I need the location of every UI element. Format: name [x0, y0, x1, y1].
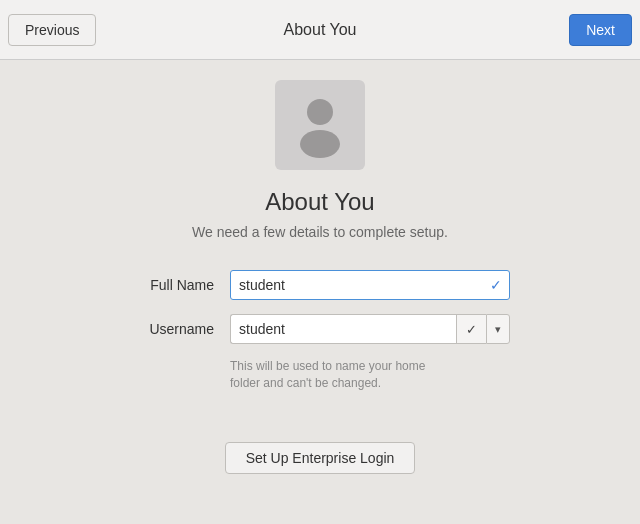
full-name-row: Full Name ✓	[130, 270, 510, 300]
form-area: Full Name ✓ Username ✓ ▾ This will be us…	[130, 270, 510, 412]
previous-button[interactable]: Previous	[8, 14, 96, 46]
username-check-button[interactable]: ✓	[456, 314, 486, 344]
full-name-input[interactable]	[230, 270, 510, 300]
username-input[interactable]	[230, 314, 456, 344]
username-label: Username	[130, 321, 230, 337]
svg-point-0	[307, 99, 333, 125]
next-button[interactable]: Next	[569, 14, 632, 46]
page-title: About You	[284, 21, 357, 39]
username-dropdown-button[interactable]: ▾	[486, 314, 510, 344]
enterprise-login-button[interactable]: Set Up Enterprise Login	[225, 442, 416, 474]
full-name-input-wrapper: ✓	[230, 270, 510, 300]
full-name-check-icon: ✓	[490, 277, 502, 293]
about-heading: About You	[265, 188, 374, 216]
username-input-group: ✓ ▾	[230, 314, 510, 344]
username-row: Username ✓ ▾	[130, 314, 510, 344]
main-content: About You We need a few details to compl…	[0, 60, 640, 474]
avatar[interactable]	[275, 80, 365, 170]
svg-point-1	[300, 130, 340, 158]
about-subtitle: We need a few details to complete setup.	[192, 224, 448, 240]
username-hint: This will be used to name your home fold…	[230, 358, 450, 392]
avatar-icon	[285, 90, 355, 160]
top-bar: Previous About You Next	[0, 0, 640, 60]
full-name-label: Full Name	[130, 277, 230, 293]
